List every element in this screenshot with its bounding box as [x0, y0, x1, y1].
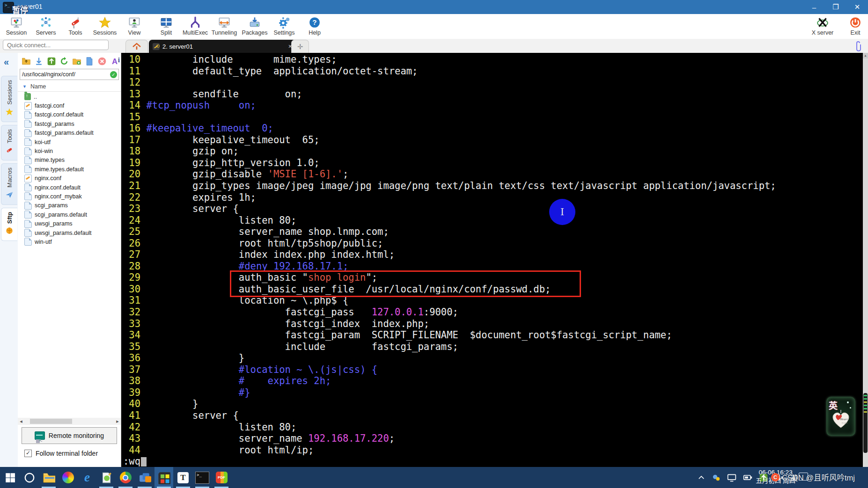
new-tab-button[interactable]: ✛ [291, 40, 309, 53]
sidebar-tab-sessions[interactable]: Sessions [1, 76, 17, 122]
taskbar-app-start[interactable] [1, 467, 20, 488]
sidebar-tab-sftp[interactable]: Sftp [1, 208, 17, 241]
taskbar-app-notepadpp[interactable] [97, 467, 116, 488]
maximize-button[interactable]: ❐ [825, 0, 846, 14]
file-row[interactable]: uwsgi_params [18, 219, 121, 228]
toolbar-exit-button[interactable]: Exit [842, 15, 868, 38]
toolbar-tools-button[interactable]: Tools [62, 15, 89, 38]
watermark-text: CSDN @且听风吟tmj [782, 472, 855, 483]
scrollbar-thumb[interactable] [30, 419, 72, 424]
file-icon [24, 120, 32, 128]
vim-line-19: 19 gzip_http_version 1.0; [123, 157, 776, 169]
file-row[interactable]: win-utf [18, 237, 121, 246]
file-row[interactable]: nginx.conf_mybak [18, 192, 121, 201]
attach-paperclip-icon[interactable] [852, 40, 862, 52]
file-row[interactable]: fastcgi_params [18, 119, 121, 128]
file-row[interactable]: mime.types.default [18, 165, 121, 174]
main-area: « SessionsToolsMacrosSftp A i ✓ ▼ Name .… [0, 53, 868, 467]
collapse-sidebar-button[interactable]: « [4, 57, 18, 67]
tools-icon [5, 146, 14, 156]
delete-icon[interactable] [97, 57, 107, 66]
vim-line-17: 17 keepalive_timeout 65; [123, 134, 776, 146]
file-row[interactable]: nginx.conf.default [18, 183, 121, 192]
vim-line-36: 36 } [123, 352, 776, 364]
scroll-right-arrow[interactable]: ▸ [114, 418, 121, 424]
file-list-header[interactable]: ▼ Name [18, 82, 121, 92]
file-row[interactable]: .. [18, 92, 121, 101]
quick-connect-input[interactable] [3, 40, 109, 50]
download-icon[interactable] [34, 57, 44, 66]
toolbar-session-button[interactable]: Session [3, 15, 30, 38]
toolbar-tunneling-button[interactable]: Tunneling [211, 15, 238, 38]
refresh-icon[interactable] [59, 57, 69, 66]
tray-display-icon[interactable] [727, 473, 736, 482]
toolbar-sessions-button[interactable]: Sessions [91, 15, 118, 38]
taskbar-app-pdf[interactable]: PDF [212, 467, 231, 488]
sidebar-tab-macros[interactable]: Macros [1, 163, 17, 205]
taskbar-app-search[interactable] [20, 467, 39, 488]
taskbar-app-typora[interactable]: T [174, 467, 192, 488]
csdn-watermark: C CSDN @且听风吟tmj [771, 472, 855, 483]
window-controls: – ❐ ✕ [803, 0, 868, 14]
info-icon[interactable]: i [118, 57, 120, 64]
terminal-vim-editor[interactable]: 10 include mime.types; 11 default_type a… [121, 53, 863, 467]
file-row[interactable]: scgi_params [18, 201, 121, 210]
svg-text:Heart: Heart [839, 417, 848, 421]
sftp-file-panel: A i ✓ ▼ Name ..fastcgi.conffastcgi.conf.… [18, 53, 121, 467]
taskbar-app-chrome[interactable] [116, 467, 135, 488]
toolbar-split-button[interactable]: Split [153, 15, 180, 38]
taskbar-app-photos[interactable] [59, 467, 77, 488]
tray-battery-icon[interactable] [743, 473, 753, 482]
toolbar-help-button[interactable]: ?Help [301, 15, 328, 38]
taskbar-app-edge[interactable]: e [78, 467, 96, 488]
file-icon [24, 165, 32, 173]
tools-icon [62, 15, 89, 29]
home-tab[interactable] [125, 40, 148, 53]
toolbar-xserver-button[interactable]: X server [809, 15, 836, 38]
path-ok-icon: ✓ [110, 71, 117, 78]
file-row[interactable]: koi-utf [18, 138, 121, 146]
session-icon [3, 15, 30, 29]
file-row[interactable]: fastcgi_params.default [18, 129, 121, 138]
checkbox-checked-icon[interactable]: ✓ [24, 450, 32, 457]
path-input[interactable] [20, 71, 110, 78]
scroll-left-arrow[interactable]: ◂ [18, 418, 24, 424]
toolbar-servers-button[interactable]: Servers [32, 15, 59, 38]
file-icon [24, 147, 32, 155]
file-row[interactable]: mime.types [18, 156, 121, 165]
minimize-button[interactable]: – [803, 0, 825, 14]
file-row[interactable]: koi-win [18, 146, 121, 155]
toolbar-view-button[interactable]: View [121, 15, 148, 38]
remote-monitoring-button[interactable]: Remote monitoring [22, 427, 117, 444]
tab-label: 2. server01 [162, 43, 193, 50]
horizontal-scrollbar[interactable]: ◂ ▸ [18, 418, 121, 425]
upload-icon[interactable] [47, 57, 56, 66]
tray-people-icon[interactable] [712, 473, 721, 482]
toolbar-multiexec-button[interactable]: MultiExec [182, 15, 209, 38]
new-folder-icon[interactable] [72, 57, 81, 66]
toolbar-packages-button[interactable]: Packages [241, 15, 268, 38]
sessions-icon [91, 15, 118, 29]
scroll-up-arrow[interactable]: ▲ [863, 53, 868, 58]
new-file-icon[interactable] [85, 57, 94, 66]
file-row[interactable]: fastcgi.conf [18, 101, 121, 110]
sidebar-tab-tools[interactable]: Tools [1, 125, 17, 160]
tray-chevron-up-icon[interactable] [697, 473, 706, 482]
macros-icon [5, 190, 14, 201]
follow-terminal-folder-option[interactable]: ✓ Follow terminal folder [24, 450, 98, 457]
file-icon [24, 129, 32, 137]
toolbar-settings-button[interactable]: Settings [271, 15, 298, 38]
file-row[interactable]: scgi_params.default [18, 210, 121, 219]
taskbar-app-vmware[interactable] [135, 467, 154, 488]
terminal-scrollbar[interactable]: ▲ [863, 53, 868, 467]
folder-up-icon[interactable] [22, 57, 31, 66]
tab-server01[interactable]: 2. server01 × [149, 40, 296, 53]
taskbar-app-cmd[interactable]: >_ [193, 467, 212, 488]
taskbar-app-explorer[interactable] [39, 467, 58, 488]
close-button[interactable]: ✕ [846, 0, 868, 14]
taskbar-app-mobaxterm[interactable] [154, 467, 173, 488]
file-row[interactable]: uwsgi_params.default [18, 228, 121, 237]
file-row[interactable]: nginx.conf [18, 174, 121, 183]
file-row[interactable]: fastcgi.conf.default [18, 110, 121, 119]
scrollbar-thumb[interactable] [863, 393, 868, 453]
